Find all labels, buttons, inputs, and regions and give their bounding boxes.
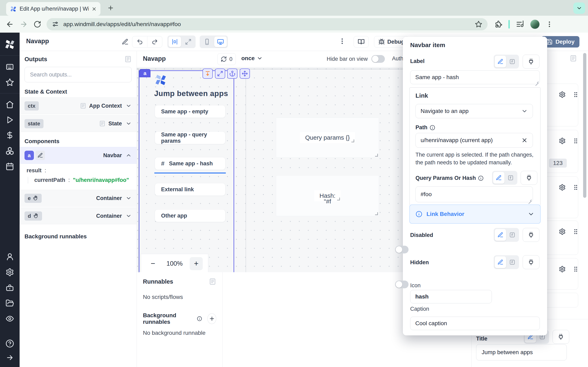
resize-corner[interactable] <box>375 212 378 215</box>
avatar[interactable] <box>530 20 540 29</box>
expression-button[interactable] <box>507 56 518 67</box>
nav-item-same-app-hash[interactable]: # Same app - hash <box>155 157 225 170</box>
icon-input[interactable]: hash <box>410 290 492 303</box>
static-value-button[interactable] <box>495 256 506 268</box>
gear-icon[interactable] <box>559 91 566 98</box>
info-icon[interactable] <box>430 125 435 131</box>
site-settings-icon[interactable] <box>52 21 59 28</box>
disabled-toggle[interactable] <box>395 246 408 253</box>
resize-handle[interactable] <box>535 80 539 83</box>
help-icon[interactable] <box>6 339 14 348</box>
path-input[interactable]: u/henri/navapp (current app) <box>415 133 533 148</box>
connect-button[interactable] <box>523 55 539 68</box>
caption-input[interactable]: Cool caption <box>410 317 540 330</box>
bookmark-star-icon[interactable] <box>475 21 482 28</box>
chevron-down-icon[interactable] <box>126 213 132 219</box>
more-options-icon[interactable] <box>338 38 346 45</box>
sidebar-item-favorites-icon[interactable] <box>6 78 14 87</box>
rename-pencil-icon[interactable] <box>35 151 45 160</box>
new-tab-button[interactable] <box>107 4 114 11</box>
expression-button[interactable] <box>507 256 518 268</box>
edit-title-pencil-icon[interactable] <box>122 38 129 45</box>
component-row-container-e[interactable]: e Container <box>20 190 137 207</box>
chevron-down-icon[interactable] <box>126 120 132 127</box>
scrollbar-thumb[interactable] <box>583 53 586 198</box>
result-key[interactable]: result <box>26 167 42 174</box>
full-width-layout-button[interactable] <box>182 36 195 47</box>
undo-button[interactable] <box>132 36 147 47</box>
search-input[interactable] <box>25 67 132 82</box>
back-button[interactable] <box>6 20 14 28</box>
doc-icon[interactable] <box>80 103 86 109</box>
gear-icon[interactable] <box>559 266 566 273</box>
resize-handle[interactable] <box>528 198 532 201</box>
move-component-button[interactable] <box>240 68 250 79</box>
nav-item-same-app-query-params[interactable]: Same app - query params <box>155 132 225 144</box>
drag-handle-icon[interactable] <box>572 184 579 191</box>
query-params-panel[interactable]: Query params {} <box>276 118 379 158</box>
media-playlist-icon[interactable] <box>516 20 524 28</box>
link-behavior-accordion[interactable]: Link Behavior <box>409 205 541 224</box>
windmill-logo[interactable] <box>4 39 16 50</box>
panel-doc-icon[interactable] <box>124 55 132 63</box>
drag-handle-icon[interactable] <box>572 266 579 273</box>
sidebar-item-schedules-icon[interactable] <box>6 162 14 171</box>
connect-button[interactable] <box>523 228 539 242</box>
browser-tab[interactable]: Edit App u/henri/navapp | Win <box>6 2 100 16</box>
static-value-button[interactable] <box>495 56 506 67</box>
container-divider[interactable] <box>246 69 246 272</box>
zoom-in-button[interactable]: + <box>190 257 203 270</box>
expand-down-button[interactable] <box>203 68 213 79</box>
gear-icon[interactable] <box>559 228 566 235</box>
nav-item-other-app[interactable]: Other app <box>155 209 225 222</box>
sidebar-item-settings-icon[interactable] <box>6 268 14 276</box>
hide-bar-toggle[interactable] <box>371 55 385 63</box>
connect-button[interactable] <box>553 330 569 344</box>
desktop-view-button[interactable] <box>214 36 227 47</box>
forward-button[interactable] <box>20 20 28 28</box>
add-background-runnable-button[interactable] <box>208 313 216 324</box>
zoom-out-button[interactable]: − <box>146 257 159 270</box>
sidebar-item-home-icon[interactable] <box>6 100 14 109</box>
centered-layout-button[interactable] <box>168 36 181 47</box>
chevron-down-icon[interactable] <box>126 195 132 201</box>
current-path-value[interactable]: "u/henri/navapp#foo" <box>73 177 129 183</box>
hash-panel[interactable]: Hash: "#f <box>276 175 379 216</box>
selected-component-badge[interactable]: a <box>139 69 150 77</box>
label-input[interactable]: Same app - hash <box>410 70 540 84</box>
sidebar-item-variables-icon[interactable] <box>6 131 14 140</box>
sidebar-item-apps-icon[interactable] <box>6 63 14 71</box>
connect-button[interactable] <box>521 171 537 185</box>
expression-button[interactable] <box>507 229 518 241</box>
drag-handle-icon[interactable] <box>572 137 579 144</box>
browser-menu-icon[interactable] <box>546 21 553 28</box>
gear-icon[interactable] <box>559 137 566 144</box>
hidden-toggle[interactable] <box>395 281 408 288</box>
sidebar-item-workers-icon[interactable] <box>6 284 14 292</box>
resize-corner[interactable] <box>375 154 378 157</box>
address-bar[interactable]: app.windmill.dev/apps/edit/u/henri/navap… <box>47 18 488 30</box>
extensions-icon[interactable] <box>494 20 502 28</box>
gear-icon[interactable] <box>559 184 566 191</box>
output-row-state[interactable]: state State <box>20 115 137 132</box>
docs-button[interactable] <box>354 36 369 48</box>
link-type-select[interactable]: Navigate to an app <box>415 104 533 118</box>
expand-sidebar-icon[interactable] <box>6 354 14 362</box>
sidebar-item-runs-icon[interactable] <box>6 116 14 124</box>
component-row-navbar[interactable]: a Navbar <box>20 147 137 164</box>
panel-doc-icon[interactable] <box>570 55 577 62</box>
drag-handle-icon[interactable] <box>572 228 579 235</box>
reload-button[interactable] <box>34 20 41 28</box>
refresh-count-button[interactable]: 0 <box>217 53 236 65</box>
static-value-button[interactable] <box>493 172 504 184</box>
query-params-input[interactable]: #foo <box>415 186 533 202</box>
doc-icon[interactable] <box>99 120 105 127</box>
info-icon[interactable] <box>478 175 484 181</box>
tab-search-button[interactable] <box>573 2 585 14</box>
static-value-button[interactable] <box>495 229 506 241</box>
component-row-container-d[interactable]: d Container <box>20 208 137 224</box>
sidebar-item-resources-icon[interactable] <box>5 146 14 155</box>
panel-doc-icon[interactable] <box>209 278 216 285</box>
drag-handle-icon[interactable] <box>572 91 579 98</box>
current-path-key[interactable]: currentPath <box>34 177 65 183</box>
